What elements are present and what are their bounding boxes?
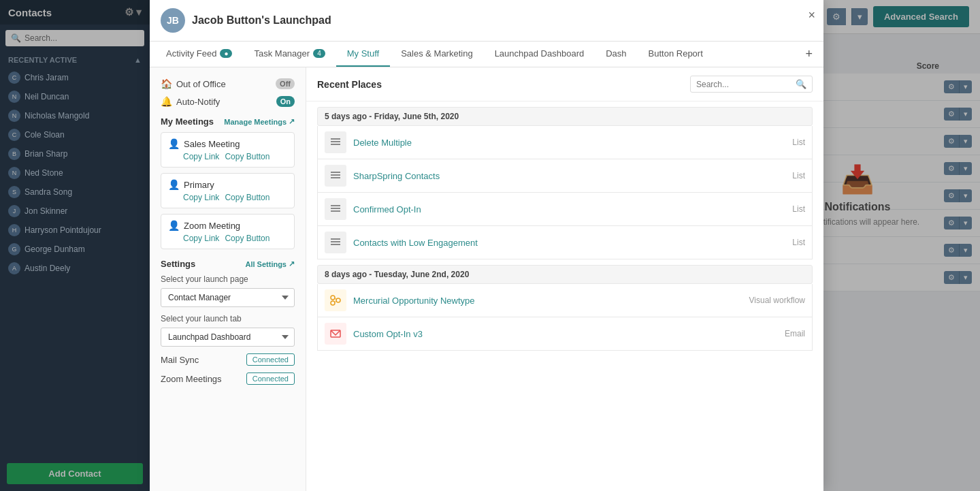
tab-my-stuff[interactable]: My Stuff	[336, 42, 390, 67]
workflow-icon	[325, 289, 346, 311]
zoom-meetings-status: Connected	[246, 373, 295, 385]
svg-line-16	[335, 301, 336, 302]
mail-sync-row: Mail Sync Connected	[161, 353, 295, 366]
add-tab-button[interactable]: +	[800, 42, 818, 67]
place-type: Visual workflow	[749, 296, 805, 305]
meeting-person-icon: 👤	[168, 138, 180, 149]
modal-close-button[interactable]: ×	[808, 8, 815, 22]
auto-notify-row: 🔔 Auto-Notify On	[161, 96, 295, 107]
date-section-1: 5 days ago - Friday, June 5th, 2020 Dele…	[317, 107, 813, 259]
meeting-links-primary: Copy Link Copy Button	[168, 193, 287, 202]
tab-launchpad-dashboard[interactable]: Launchpad Dashboard	[484, 42, 595, 67]
external-link-icon: ↗	[289, 117, 295, 126]
mail-sync-label: Mail Sync	[161, 355, 199, 365]
search-icon: 🔍	[796, 79, 806, 89]
meeting-name-text: Primary	[184, 180, 214, 190]
place-name[interactable]: SharpSpring Contacts	[353, 171, 785, 181]
out-of-office-label-group: 🏠 Out of Office	[161, 78, 226, 89]
launch-page-label: Select your launch page	[161, 274, 295, 284]
date-heading-1: 5 days ago - Friday, June 5th, 2020	[317, 107, 813, 126]
svg-point-13	[336, 298, 340, 302]
launch-tab-dropdown[interactable]: Launchpad Dashboard Activity Feed My Stu…	[161, 328, 295, 347]
place-name[interactable]: Custom Opt-In v3	[353, 329, 778, 339]
settings-label: Settings	[161, 259, 195, 269]
all-settings-link[interactable]: All Settings ↗	[245, 259, 295, 268]
sales-copy-button[interactable]: Copy Button	[225, 152, 270, 161]
svg-rect-7	[331, 208, 340, 209]
recent-places-header: Recent Places 🔍	[306, 67, 823, 101]
bell-icon: 🔔	[161, 96, 172, 107]
recent-places-content: 5 days ago - Friday, June 5th, 2020 Dele…	[306, 101, 823, 491]
svg-rect-2	[331, 144, 340, 145]
list-item[interactable]: Contacts with Low Engagement List	[317, 226, 813, 259]
zoom-copy-link[interactable]: Copy Link	[183, 234, 219, 243]
out-of-office-toggle[interactable]: Off	[276, 78, 295, 89]
meeting-card-zoom: 👤 Zoom Meeting Copy Link Copy Button	[161, 214, 295, 249]
svg-rect-3	[331, 172, 340, 173]
my-meetings-label: My Meetings	[161, 116, 214, 127]
svg-point-14	[331, 301, 335, 305]
list-item[interactable]: Confirmed Opt-In List	[317, 193, 813, 226]
tab-label: Sales & Marketing	[401, 48, 473, 59]
modal-body: 🏠 Out of Office Off 🔔 Auto-Notify On My …	[150, 67, 823, 491]
zoom-copy-button[interactable]: Copy Button	[225, 234, 270, 243]
mail-sync-status: Connected	[246, 353, 295, 366]
place-name[interactable]: Delete Multiple	[353, 138, 785, 148]
list-icon	[325, 165, 346, 187]
meeting-name-text: Zoom Meeting	[184, 221, 240, 231]
place-name[interactable]: Mercurial Opportunity Newtype	[353, 296, 742, 306]
recent-places-search: 🔍	[690, 76, 813, 93]
tab-dash[interactable]: Dash	[595, 42, 637, 67]
list-item[interactable]: Delete Multiple List	[317, 126, 813, 159]
place-name[interactable]: Contacts with Low Engagement	[353, 238, 785, 248]
manage-meetings-text: Manage Meetings	[224, 118, 287, 126]
list-item[interactable]: Custom Opt-In v3 Email	[317, 317, 813, 351]
tab-label: Dash	[606, 48, 626, 59]
out-of-office-label: Out of Office	[176, 79, 226, 89]
place-type: Email	[785, 329, 805, 338]
all-settings-text: All Settings	[245, 260, 287, 268]
meeting-card-sales: 👤 Sales Meeting Copy Link Copy Button	[161, 132, 295, 168]
tab-label: My Stuff	[347, 48, 379, 59]
place-name[interactable]: Confirmed Opt-In	[353, 204, 785, 215]
list-icon	[325, 198, 346, 220]
launch-tab-label: Select your launch tab	[161, 314, 295, 323]
recent-places-search-input[interactable]	[696, 80, 791, 89]
launch-page-dropdown[interactable]: Contact Manager Dashboard Reports	[161, 288, 295, 307]
place-type: List	[792, 204, 805, 214]
meeting-links-zoom: Copy Link Copy Button	[168, 234, 287, 243]
out-of-office-icon: 🏠	[161, 78, 172, 89]
place-type: List	[792, 138, 805, 147]
place-type: List	[792, 238, 805, 247]
tab-task-manager[interactable]: Task Manager 4	[243, 42, 336, 67]
tab-button-report[interactable]: Button Report	[638, 42, 714, 67]
auto-notify-toggle[interactable]: On	[276, 96, 295, 107]
list-item[interactable]: Mercurial Opportunity Newtype Visual wor…	[317, 284, 813, 317]
svg-point-12	[331, 296, 335, 300]
svg-rect-9	[331, 238, 340, 240]
svg-rect-8	[331, 210, 340, 212]
tab-label: Button Report	[649, 48, 703, 59]
list-item[interactable]: SharpSpring Contacts List	[317, 159, 813, 193]
activity-feed-badge: ●	[220, 49, 232, 58]
tab-label: Launchpad Dashboard	[495, 48, 585, 59]
svg-rect-1	[331, 141, 340, 142]
svg-rect-11	[331, 244, 340, 245]
date-section-2: 8 days ago - Tuesday, June 2nd, 2020 Mer…	[317, 265, 813, 351]
my-meetings-section: My Meetings Manage Meetings ↗	[161, 116, 295, 127]
tab-sales-marketing[interactable]: Sales & Marketing	[390, 42, 484, 67]
modal: JB Jacob Button's Launchpad × Activity F…	[150, 0, 823, 491]
manage-meetings-link[interactable]: Manage Meetings ↗	[224, 117, 295, 126]
zoom-meetings-row: Zoom Meetings Connected	[161, 373, 295, 385]
date-heading-2: 8 days ago - Tuesday, June 2nd, 2020	[317, 265, 813, 284]
primary-copy-button[interactable]: Copy Button	[225, 193, 270, 202]
settings-section: Settings All Settings ↗	[161, 259, 295, 269]
modal-header: JB Jacob Button's Launchpad ×	[150, 0, 823, 42]
modal-right-panel: Recent Places 🔍 5 days ago - Friday, Jun…	[306, 67, 823, 491]
tab-activity-feed[interactable]: Activity Feed ●	[155, 42, 243, 67]
list-icon	[325, 232, 346, 253]
sales-copy-link[interactable]: Copy Link	[183, 152, 219, 161]
meeting-card-primary: 👤 Primary Copy Link Copy Button	[161, 173, 295, 208]
primary-copy-link[interactable]: Copy Link	[183, 193, 219, 202]
email-icon	[325, 323, 346, 345]
